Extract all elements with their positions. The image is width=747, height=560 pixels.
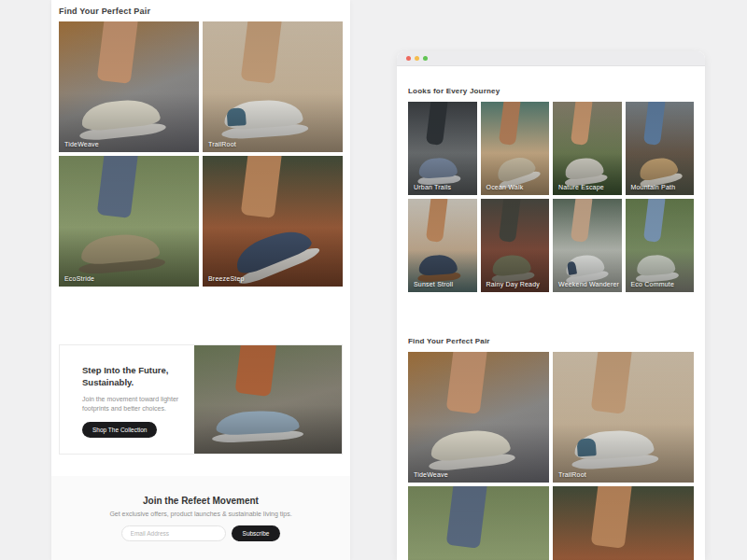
photo-overlay [553, 199, 622, 292]
photo-overlay [553, 102, 622, 195]
close-window-icon[interactable] [406, 56, 411, 61]
hero-text-block: Step Into the Future, Sustainably. Join … [60, 345, 194, 454]
hero-heading-line1: Step Into the Future, [82, 365, 168, 375]
hero-banner: Step Into the Future, Sustainably. Join … [59, 344, 343, 455]
photo-overlay [203, 156, 343, 287]
photo-overlay [408, 486, 549, 560]
photo-label: BreezeStep [208, 275, 245, 282]
photo-overlay [59, 21, 199, 152]
hero-heading: Step Into the Future, Sustainably. [82, 364, 185, 389]
look-tile[interactable]: Sunset Stroll [408, 199, 477, 292]
hero-image [194, 345, 342, 454]
photo-label: Ocean Walk [486, 184, 524, 190]
browser-titlebar[interactable] [397, 51, 705, 66]
photo-overlay [481, 102, 550, 195]
shop-collection-button[interactable]: Shop The Collection [82, 422, 157, 438]
newsletter-heading: Join the Refeet Movement [51, 496, 350, 506]
hero-heading-line2: Sustainably. [82, 377, 134, 387]
perfect-pair-heading: Find Your Perfect Pair [59, 7, 343, 16]
photo-label: Sunset Stroll [414, 281, 453, 287]
landing-page-preview: Find Your Perfect Pair TideWeaveTrailRoo… [51, 0, 350, 560]
photo-label: TideWeave [414, 471, 448, 478]
photo-label: Urban Trails [414, 184, 451, 190]
product-tile[interactable]: TideWeave [59, 21, 199, 152]
product-tile[interactable]: EcoStride [408, 486, 549, 560]
photo-overlay [194, 345, 342, 454]
newsletter-subtext: Get exclusive offers, product launches &… [51, 511, 350, 517]
look-tile[interactable]: Ocean Walk [481, 102, 550, 195]
photo-overlay [553, 486, 694, 560]
subscribe-button[interactable]: Subscribe [232, 525, 281, 541]
photo-overlay [626, 102, 695, 195]
photo-label: Mountain Path [631, 184, 676, 190]
minimize-window-icon[interactable] [415, 56, 419, 61]
product-tile[interactable]: TideWeave [408, 352, 549, 483]
photo-label: TrailRoot [558, 471, 586, 478]
look-tile[interactable]: Urban Trails [408, 102, 477, 195]
subscribe-form: Subscribe [51, 525, 350, 541]
design-canvas: Find Your Perfect Pair TideWeaveTrailRoo… [0, 0, 747, 560]
product-grid: TideWeaveTrailRootEcoStrideBreezeStep [408, 352, 694, 560]
photo-label: Weekend Wanderer [558, 281, 619, 287]
look-tile[interactable]: Mountain Path [626, 102, 695, 195]
photo-label: TrailRoot [208, 141, 236, 147]
photo-overlay [481, 199, 550, 292]
photo-overlay [626, 199, 695, 292]
photo-overlay [408, 102, 477, 195]
look-tile[interactable]: Eco Commute [626, 199, 695, 292]
look-tile[interactable]: Rainy Day Ready [481, 199, 550, 292]
photo-overlay [203, 21, 343, 152]
photo-label: Rainy Day Ready [486, 281, 540, 287]
zoom-window-icon[interactable] [423, 56, 428, 61]
photo-label: EcoStride [64, 275, 94, 282]
product-tile[interactable]: BreezeStep [553, 486, 694, 560]
photo-label: Nature Escape [558, 184, 604, 190]
photo-label: TideWeave [64, 141, 99, 147]
browser-viewport: Looks for Every Journey Urban TrailsOcea… [397, 66, 705, 560]
hero-body-text: Join the movement toward lighter footpri… [82, 395, 185, 413]
look-tile[interactable]: Nature Escape [553, 102, 622, 195]
photo-overlay [408, 352, 549, 483]
photo-overlay [59, 156, 199, 287]
photo-label: Eco Commute [631, 281, 675, 287]
perfect-pair-heading: Find Your Perfect Pair [408, 337, 694, 345]
product-tile[interactable]: EcoStride [59, 156, 199, 287]
product-tile[interactable]: TrailRoot [203, 21, 343, 152]
product-tile[interactable]: TrailRoot [553, 352, 694, 483]
product-grid: TideWeaveTrailRootEcoStrideBreezeStep [59, 21, 343, 287]
newsletter-section: Join the Refeet Movement Get exclusive o… [51, 476, 350, 560]
journey-heading: Looks for Every Journey [408, 87, 694, 95]
photo-overlay [408, 199, 477, 292]
lookbook-grid: Urban TrailsOcean WalkNature EscapeMount… [408, 102, 694, 292]
product-tile[interactable]: BreezeStep [203, 156, 343, 287]
look-tile[interactable]: Weekend Wanderer [553, 199, 622, 292]
email-input[interactable] [121, 525, 226, 541]
photo-overlay [553, 352, 694, 483]
browser-window: Looks for Every Journey Urban TrailsOcea… [397, 51, 705, 560]
